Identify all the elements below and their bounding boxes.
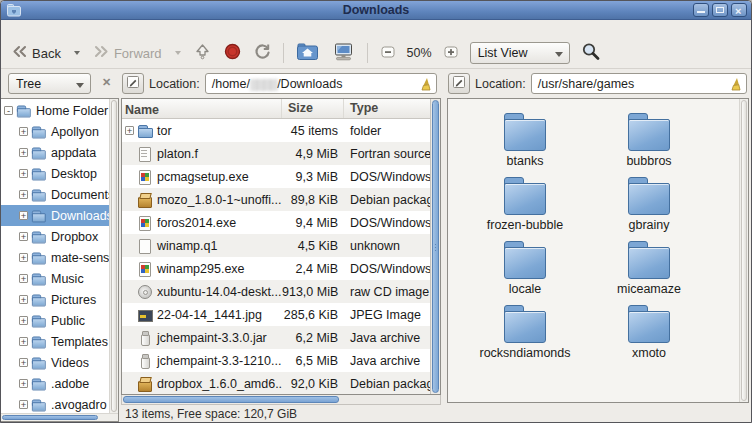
tree-item[interactable]: + .avogadro [1, 394, 118, 413]
up-button[interactable] [188, 39, 217, 67]
game-folder[interactable]: btanks [466, 113, 584, 168]
expander-toggle[interactable]: + [19, 316, 28, 325]
expander-toggle[interactable]: + [125, 126, 134, 135]
scrollbar-thumb[interactable] [2, 415, 98, 420]
folder-label: frozen-bubble [487, 218, 563, 232]
file-row[interactable]: dropbox_1.6.0_amd6... 92,0 KiB Debian pa… [122, 372, 430, 395]
file-row[interactable]: pcmagsetup.exe 9,3 MiB DOS/Windows ex [122, 165, 430, 188]
file-list-vertical-scrollbar[interactable] [430, 99, 440, 394]
file-row[interactable]: winamp.q1 4,5 KiB unknown [122, 234, 430, 257]
file-name: winamp295.exe [157, 262, 245, 276]
expander-toggle[interactable]: + [19, 211, 28, 220]
sidebar-horizontal-scrollbar[interactable] [1, 413, 118, 421]
tree-item[interactable]: + Desktop [1, 163, 118, 184]
file-list: + tor 45 items folder platon.f [122, 119, 430, 394]
file-name: pcmagsetup.exe [157, 170, 249, 184]
clean-broom-icon[interactable] [419, 77, 432, 94]
game-folder[interactable]: locale [466, 241, 584, 296]
sidebar-vertical-scrollbar[interactable] [109, 99, 118, 413]
search-button[interactable] [575, 38, 607, 68]
file-size: 4,9 MiB [282, 147, 344, 161]
column-header-size[interactable]: Size [282, 99, 344, 118]
tree-item[interactable]: + appdata [1, 142, 118, 163]
expander-toggle[interactable]: + [19, 295, 28, 304]
tree-item[interactable]: + Apollyon [1, 121, 118, 142]
tree-item-label: Downloads [51, 209, 113, 223]
tree-item[interactable]: + mate-sensors- [1, 247, 118, 268]
scrollbar-thumb[interactable] [111, 100, 117, 412]
scrollbar-thumb[interactable] [741, 100, 747, 401]
tree-item[interactable]: - Home Folder [1, 100, 118, 121]
file-row[interactable]: foros2014.exe 9,4 MiB DOS/Windows ex [122, 211, 430, 234]
view-mode-selector[interactable]: List View [470, 42, 570, 64]
tree-item[interactable]: + Dropbox [1, 226, 118, 247]
sidepane-mode-selector[interactable]: Tree [8, 73, 91, 94]
tree-item[interactable]: + Videos [1, 352, 118, 373]
expander-toggle[interactable]: + [19, 274, 28, 283]
forward-history-button[interactable] [169, 47, 187, 59]
file-row[interactable]: winamp295.exe 2,4 MiB DOS/Windows ex [122, 257, 430, 280]
back-button[interactable]: Back [5, 40, 67, 66]
tree-item[interactable]: + Templates [1, 331, 118, 352]
scrollbar-thumb[interactable] [123, 396, 339, 403]
stop-button[interactable] [218, 39, 247, 67]
expander-toggle[interactable]: + [19, 190, 28, 199]
folder-icon [626, 113, 672, 151]
icon-view-vertical-scrollbar[interactable] [739, 99, 748, 402]
forward-button[interactable]: Forward [87, 40, 168, 66]
left-location-input[interactable]: /home/▒▒▒▒/Downloads [205, 73, 437, 94]
left-edit-location-button[interactable] [122, 73, 144, 94]
expander-toggle[interactable]: + [19, 232, 28, 241]
game-folder[interactable]: gbrainy [590, 177, 708, 232]
right-location-input[interactable]: /usr/share/games [531, 73, 747, 94]
game-folder[interactable]: xmoto [590, 305, 708, 360]
close-button[interactable]: × [731, 3, 747, 17]
column-header-type[interactable]: Type [344, 99, 440, 118]
game-folder[interactable]: miceamaze [590, 241, 708, 296]
home-button[interactable] [290, 39, 325, 68]
expander-toggle[interactable]: + [19, 379, 28, 388]
game-folder[interactable]: frozen-bubble [466, 177, 584, 232]
file-row[interactable]: xubuntu-14.04-deskt... 913,0 MiB raw CD … [122, 280, 430, 303]
tree-item[interactable]: + Music [1, 268, 118, 289]
game-folder[interactable]: bubbros [590, 113, 708, 168]
tree-item[interactable]: + Documents [1, 184, 118, 205]
titlebar[interactable]: Downloads × [1, 1, 751, 20]
expander-toggle[interactable]: + [19, 337, 28, 346]
folder-label: xmoto [632, 346, 666, 360]
zoom-in-button[interactable] [437, 40, 465, 67]
scrollbar-thumb[interactable] [432, 100, 439, 393]
tree-item-label: .adobe [51, 377, 89, 391]
expander-toggle[interactable]: + [19, 169, 28, 178]
tree-item[interactable]: + Public [1, 310, 118, 331]
minimize-button[interactable] [693, 3, 709, 17]
tree-item[interactable]: + Pictures [1, 289, 118, 310]
game-folder[interactable]: rocksndiamonds [466, 305, 584, 360]
expander-toggle[interactable]: - [4, 106, 13, 115]
right-edit-location-button[interactable] [448, 73, 470, 94]
chevron-down-icon [175, 51, 181, 55]
file-row[interactable]: mozo_1.8.0-1~unoffi... 89,8 KiB Debian p… [122, 188, 430, 211]
tree-item[interactable]: + Downloads [1, 205, 118, 226]
sidepane-close-button[interactable] [99, 75, 116, 92]
file-row[interactable]: 22-04-14_1441.jpg 285,6 KiB JPEG Image [122, 303, 430, 326]
file-row[interactable]: platon.f 4,9 MiB Fortran source co [122, 142, 430, 165]
file-row[interactable]: jchempaint-3.3-1210... 6,5 MiB Java arch… [122, 349, 430, 372]
maximize-button[interactable] [712, 3, 728, 17]
file-row[interactable]: + tor 45 items folder [122, 119, 430, 142]
file-row[interactable]: jchempaint-3.3.0.jar 6,2 MiB Java archiv… [122, 326, 430, 349]
expander-toggle[interactable]: + [19, 127, 28, 136]
expander-toggle[interactable]: + [19, 358, 28, 367]
expander-toggle[interactable]: + [19, 400, 28, 409]
clean-broom-icon[interactable] [729, 77, 742, 94]
tree-item[interactable]: + .adobe [1, 373, 118, 394]
back-history-button[interactable] [68, 47, 86, 59]
column-header-name[interactable]: Name [122, 99, 282, 118]
expander-toggle[interactable]: + [19, 253, 28, 262]
zoom-out-button[interactable] [374, 40, 402, 67]
reload-button[interactable] [248, 39, 277, 67]
maximize-icon [716, 7, 724, 13]
expander-toggle[interactable]: + [19, 148, 28, 157]
file-list-horizontal-scrollbar[interactable] [121, 395, 441, 405]
computer-button[interactable] [326, 39, 361, 68]
